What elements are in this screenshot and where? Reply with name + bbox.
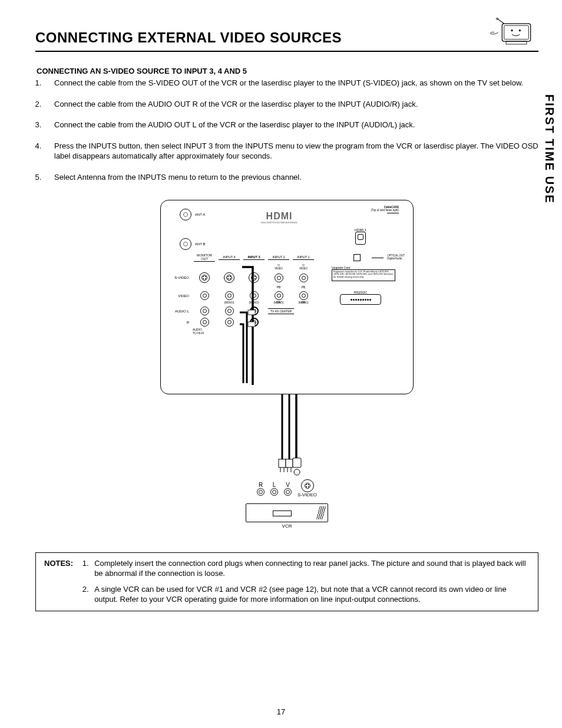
rca-jack — [200, 291, 209, 300]
device-v-jack — [284, 488, 292, 496]
step-item: Select Antenna from the INPUTS menu to r… — [44, 172, 538, 183]
vcr-label: VCR — [160, 523, 414, 529]
rca-jack — [225, 291, 234, 300]
optical-out-jack — [353, 254, 361, 261]
vcr-device — [246, 503, 328, 522]
rca-jack — [225, 318, 234, 327]
rca-jack — [200, 307, 209, 315]
page-number: 17 — [0, 707, 562, 716]
svg-rect-18 — [293, 458, 301, 467]
notes-box: NOTES: Completely insert the connection … — [35, 552, 538, 611]
section-heading: CONNECTING AN S-VIDEO SOURCE TO INPUT 3,… — [37, 67, 538, 75]
cable-run — [228, 394, 346, 483]
optical-out-label: OPTICAL OUT Digital Audio — [387, 255, 405, 261]
svideo-jack — [224, 272, 234, 283]
device-l-jack — [270, 488, 278, 496]
col-in4: INPUT 4 — [219, 255, 240, 260]
audio-hifi-label: AUDIO TO HI-FI — [193, 328, 314, 335]
page-header: CONNECTING EXTERNAL VIDEO SOURCES — [35, 29, 538, 47]
svg-point-5 — [496, 18, 498, 19]
svg-rect-0 — [502, 24, 530, 41]
svg-point-2 — [511, 29, 513, 31]
step-item: Press the INPUTS button, then select INP… — [44, 141, 538, 162]
note-item: Completely insert the connection cord pl… — [91, 559, 530, 579]
page-title: CONNECTING EXTERNAL VIDEO SOURCES — [35, 29, 342, 46]
ant-b-label: ANT B — [195, 242, 206, 246]
step-item: Connect the cable from the S-VIDEO OUT o… — [44, 78, 538, 88]
svideo-jack-input3 — [249, 272, 259, 283]
svg-line-4 — [497, 19, 504, 24]
step-item: Connect the cable from the AUDIO OUT L o… — [44, 120, 538, 130]
side-tab: FIRST TIME USE — [543, 94, 556, 204]
step-item: Connect the cable from the AUDIO OUT R o… — [44, 99, 538, 110]
rs232-label: RS232C — [316, 291, 405, 294]
title-rule — [35, 51, 538, 52]
device-r-jack — [257, 488, 265, 496]
ant-a-jack — [180, 209, 191, 220]
upgrade-note: Expansion modules for U.S. ProductName L… — [332, 269, 395, 281]
row-video: VIDEO — [167, 294, 190, 298]
svideo-jack — [199, 272, 210, 283]
col-monitor: MONITOR OUT — [194, 253, 215, 262]
col-in3: INPUT 3 — [243, 255, 265, 260]
rca-jack — [299, 274, 308, 282]
rca-jack — [275, 291, 283, 300]
rca-jack — [250, 291, 259, 300]
svg-rect-15 — [286, 459, 293, 467]
col-in2: INPUT 2 — [268, 255, 289, 260]
svg-point-19 — [294, 469, 300, 475]
rca-jack — [225, 307, 234, 315]
device-svideo-jack — [301, 479, 314, 492]
rs232-port — [340, 294, 381, 305]
hdmi-port — [355, 232, 366, 245]
svg-rect-6 — [506, 41, 527, 44]
ant-a-label: ANT A — [195, 213, 205, 216]
svg-rect-12 — [279, 459, 286, 467]
notes-label: NOTES: — [44, 559, 73, 605]
notes-list: Completely insert the connection cord pl… — [80, 559, 530, 605]
svg-rect-1 — [504, 25, 529, 39]
rca-jack — [275, 274, 283, 282]
tv-rear-panel: ANT A HDMI HIGH-DEFINITION MULTIMEDIA IN… — [160, 200, 414, 394]
ant-b-jack — [180, 238, 191, 250]
tv-as-center: TV AS CENTER — [268, 308, 294, 314]
row-svideo: S-VIDEO — [167, 276, 190, 279]
rca-jack — [299, 291, 308, 300]
connection-diagram: ANT A HDMI HIGH-DEFINITION MULTIMEDIA IN… — [160, 200, 414, 529]
tv-cartoon-icon — [485, 18, 538, 47]
rca-jack — [200, 318, 209, 327]
cablecard-sub: (Top of card faces right) — [316, 209, 399, 212]
rca-jack-input3-l — [250, 307, 259, 315]
note-item: A single VCR can be used for VCR #1 and … — [91, 585, 530, 605]
col-in1: INPUT 1 — [293, 255, 314, 260]
svg-point-3 — [519, 29, 521, 31]
hdmi-logo: HDMI — [261, 211, 297, 222]
instruction-steps: Connect the cable from the S-VIDEO OUT o… — [35, 78, 538, 182]
rca-jack-input3-r — [250, 318, 259, 327]
